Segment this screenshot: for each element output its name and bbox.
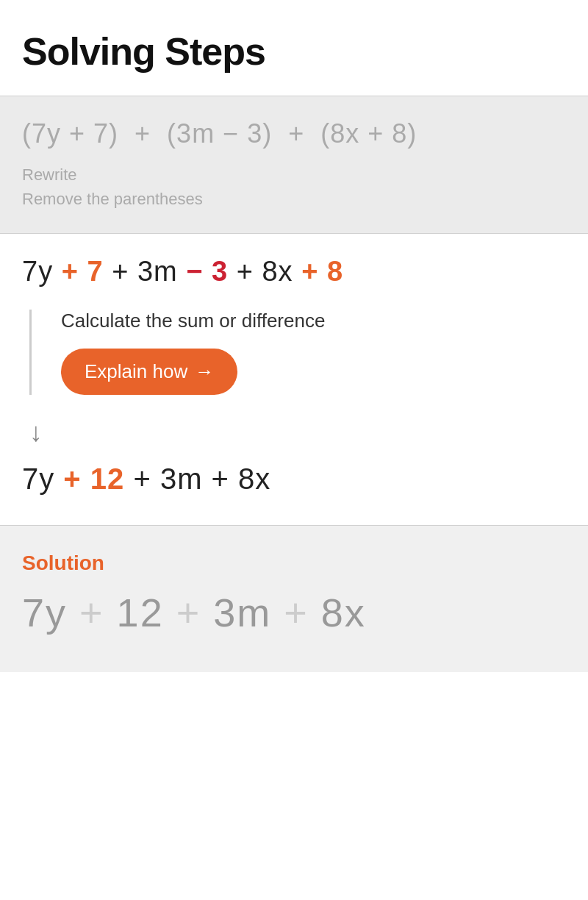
paren2-open: ( [167,118,176,149]
solution-label: Solution [22,551,566,575]
paren1-open: ( [22,118,32,149]
explain-how-button[interactable]: Explain how → [61,349,237,395]
step2-content: 7y + 7 + 3m − 3 + 8x + 8 Calculate the s… [0,234,588,525]
sol-plus: + [79,590,104,635]
solution-expression: 7y + 12 + 3m + 8x [22,590,566,635]
sol-plus3: + [284,590,309,635]
solution-section: Solution 7y + 12 + 3m + 8x [0,525,588,672]
plus-8: + 8 [301,256,343,287]
step1-box: (7y + 7) + (3m − 3) + (8x + 8) Rewrite R… [0,96,588,234]
explain-how-label: Explain how [85,360,187,383]
sol-plus2: + [176,590,201,635]
step1-action: Rewrite Remove the parentheses [22,162,566,211]
page-title: Solving Steps [22,29,566,74]
step3-expression: 7y + 12 + 3m + 8x [22,463,566,496]
plus-7: + 7 [62,256,104,287]
paren3-open: ( [320,118,330,149]
step2-expression: 7y + 7 + 3m − 3 + 8x + 8 [22,256,566,288]
page-title-section: Solving Steps [0,0,588,96]
arrow-right-icon: → [195,360,214,383]
step1-expression: (7y + 7) + (3m − 3) + (8x + 8) [22,118,566,149]
down-arrow-container: ↓ [22,410,566,455]
paren3-close: ) [407,118,417,149]
flow-block: Calculate the sum or difference Explain … [29,310,566,395]
step1-action-label: Rewrite [22,165,77,184]
result-plus-12: + 12 [63,463,124,495]
minus-3: − 3 [186,256,228,287]
calc-label: Calculate the sum or difference [61,310,566,332]
paren2-close: ) [262,118,272,149]
paren1-close: ) [109,118,118,149]
down-arrow-icon: ↓ [29,417,43,448]
step1-action-description: Remove the parentheses [22,190,203,208]
